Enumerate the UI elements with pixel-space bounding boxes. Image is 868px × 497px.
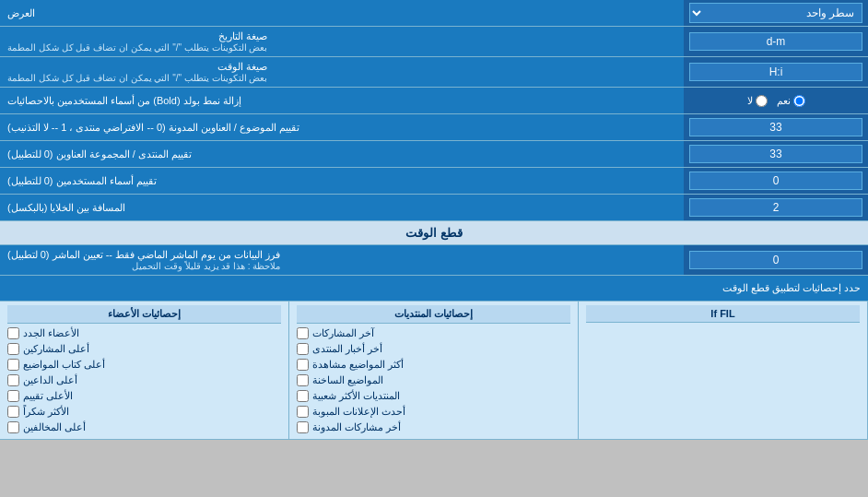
cb-top-topic-writers[interactable]: أعلى كتاب المواضيع — [7, 357, 281, 373]
bold-yes-label[interactable]: نعم — [777, 95, 805, 107]
col3-header: If FIL — [586, 305, 860, 323]
cutoff-row-label: فرز البيانات من يوم الماشر الماضي فقط --… — [0, 245, 684, 275]
forum-order-label: تقييم المنتدى / المجموعة العناوين (0 للت… — [0, 141, 684, 167]
time-format-input[interactable] — [684, 57, 868, 87]
date-format-field[interactable] — [689, 32, 862, 51]
topics-order-field[interactable] — [689, 118, 862, 136]
cell-spacing-input[interactable] — [684, 195, 868, 220]
users-order-label: تقييم أسماء المستخدمين (0 للتطبيل) — [0, 168, 684, 194]
cb-most-viewed-check[interactable] — [297, 359, 309, 371]
cb-hot-topics-check[interactable] — [297, 374, 309, 386]
time-format-field[interactable] — [689, 63, 862, 81]
cb-top-callers[interactable]: أعلى الداعين — [7, 373, 281, 388]
display-mode-input[interactable]: سطر واحد سطران ثلاثة أسطر — [684, 0, 868, 26]
checkbox-col-3: If FIL — [579, 302, 868, 439]
cb-most-thanks[interactable]: الأكثر شكراً — [7, 404, 281, 420]
users-order-input[interactable] — [684, 168, 868, 194]
cutoff-value-field[interactable] — [689, 251, 862, 269]
bold-no-radio[interactable] — [756, 95, 768, 107]
col1-header: إحصائيات الأعضاء — [7, 305, 281, 324]
forum-order-input[interactable] — [684, 141, 868, 167]
cb-new-members[interactable]: الأعضاء الجدد — [7, 325, 281, 341]
cutoff-section-header: قطع الوقت — [0, 221, 868, 245]
topics-order-label: تقييم الموضوع / العناوين المدونة (0 -- ا… — [0, 114, 684, 140]
bold-no-label[interactable]: لا — [747, 95, 768, 107]
cell-spacing-label: المسافة بين الخلايا (بالبكسل) — [0, 195, 684, 220]
cutoff-value-input[interactable] — [684, 245, 868, 275]
cb-popular-forums-check[interactable] — [297, 390, 309, 402]
cb-blog-posts-check[interactable] — [297, 421, 309, 433]
cb-most-thanks-check[interactable] — [7, 406, 19, 418]
cb-top-posters[interactable]: أعلى المشاركين — [7, 341, 281, 357]
checkbox-col-1: إحصائيات الأعضاء الأعضاء الجدد أعلى المش… — [0, 302, 289, 439]
bold-remove-input[interactable]: نعم لا — [684, 88, 868, 113]
display-mode-label: العرض — [0, 0, 684, 26]
cb-top-posters-check[interactable] — [7, 343, 19, 355]
stats-limit-row: حدد إحصائيات لتطبيق قطع الوقت — [0, 276, 868, 302]
bold-yes-radio[interactable] — [793, 95, 805, 107]
cb-hot-topics[interactable]: المواضيع الساخنة — [297, 373, 570, 388]
checkbox-col-2: إحصائيات المنتديات آخر المشاركات أخر أخب… — [289, 302, 579, 439]
stats-limit-label: حدد إحصائيات لتطبيق قطع الوقت — [0, 278, 868, 298]
cb-top-topic-writers-check[interactable] — [7, 359, 19, 371]
cb-top-rated-check[interactable] — [7, 390, 19, 402]
time-format-label: صيغة الوقت بعض التكوينات يتطلب "/" التي … — [0, 57, 684, 87]
cell-spacing-field[interactable] — [689, 198, 862, 217]
display-mode-select[interactable]: سطر واحد سطران ثلاثة أسطر — [689, 3, 862, 23]
cb-last-posts[interactable]: آخر المشاركات — [297, 325, 570, 341]
cb-last-posts-check[interactable] — [297, 327, 309, 339]
cb-top-violators-check[interactable] — [7, 421, 19, 433]
topics-order-input[interactable] — [684, 114, 868, 140]
forum-order-field[interactable] — [689, 145, 862, 163]
cb-popular-forums[interactable]: المنتديات الأكثر شعبية — [297, 388, 570, 404]
cb-forum-news-check[interactable] — [297, 343, 309, 355]
date-format-input[interactable] — [684, 27, 868, 56]
cb-top-rated[interactable]: الأعلى تقييم — [7, 388, 281, 404]
cb-most-viewed[interactable]: أكثر المواضيع مشاهدة — [297, 357, 570, 373]
cb-new-members-check[interactable] — [7, 327, 19, 339]
users-order-field[interactable] — [689, 172, 862, 190]
date-format-label: صيغة التاريخ بعض التكوينات يتطلب "/" الت… — [0, 27, 684, 56]
checkbox-section: If FIL إحصائيات المنتديات آخر المشاركات … — [0, 302, 868, 440]
cb-forum-news[interactable]: أخر أخبار المنتدى — [297, 341, 570, 357]
cb-blog-posts[interactable]: أخر مشاركات المدونة — [297, 420, 570, 435]
bold-remove-label: إزالة نمط بولد (Bold) من أسماء المستخدمي… — [0, 88, 684, 113]
cb-top-callers-check[interactable] — [7, 374, 19, 386]
cb-classifieds-check[interactable] — [297, 406, 309, 418]
cb-classifieds[interactable]: أحدث الإعلانات المبوبة — [297, 404, 570, 420]
col2-header: إحصائيات المنتديات — [297, 305, 570, 324]
cb-top-violators[interactable]: أعلى المخالفين — [7, 420, 281, 435]
